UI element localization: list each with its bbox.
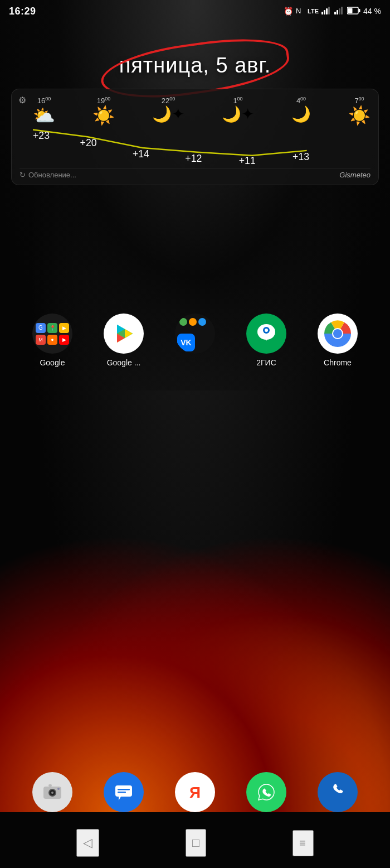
svg-rect-2 <box>324 10 325 15</box>
dock-whatsapp[interactable] <box>246 772 286 812</box>
date-text: пятница, 5 авг. <box>119 54 271 77</box>
dock-camera[interactable] <box>32 772 72 812</box>
svg-point-36 <box>57 788 60 790</box>
svg-rect-4 <box>328 7 330 15</box>
phone-icon <box>318 772 358 812</box>
status-bar: 16:29 ⏰ N LTE <box>0 0 390 20</box>
weather-hour-3: 100 🌙✦ <box>222 96 254 124</box>
status-time: 16:29 <box>9 6 36 17</box>
weather-hour-5: 700 ☀️ <box>348 96 370 124</box>
chrome-icon[interactable] <box>318 314 358 354</box>
nav-menu-button[interactable]: ≡ <box>292 830 314 856</box>
svg-text:+11: +11 <box>239 156 256 166</box>
chrome-label: Chrome <box>324 358 352 367</box>
vk-folder-icon[interactable]: VK <box>175 314 215 354</box>
weather-update: ↻ Обновление... <box>20 171 76 179</box>
weather-source: Gismeteo <box>339 171 370 179</box>
app-grid: G 📍 ▶ M ● ▶ Google <box>0 297 390 378</box>
svg-point-27 <box>265 329 268 332</box>
dock-phone[interactable] <box>318 772 358 812</box>
weather-footer: ↻ Обновление... Gismeteo <box>20 168 370 179</box>
svg-text:+23: +23 <box>33 131 50 142</box>
temp-chart: +23 +20 +14 +12 +11 +13 <box>33 127 362 166</box>
yandex-icon: Я <box>175 772 215 812</box>
svg-marker-22 <box>125 329 133 338</box>
nav-home-button[interactable]: □ <box>186 829 206 857</box>
nfc-icon: N <box>296 6 305 17</box>
svg-text:N: N <box>296 7 301 15</box>
svg-rect-5 <box>334 12 336 15</box>
svg-text:Я: Я <box>189 784 201 801</box>
svg-rect-3 <box>326 8 328 15</box>
weather-hour-0: 1600 ⛅ <box>33 96 55 124</box>
app-vk-folder[interactable]: VK <box>164 314 226 367</box>
svg-rect-35 <box>48 784 52 787</box>
lte-label: LTE <box>308 8 319 15</box>
svg-rect-6 <box>337 10 338 15</box>
app-google-folder[interactable]: G 📍 ▶ M ● ▶ Google <box>22 314 83 367</box>
svg-text:+20: +20 <box>80 137 97 148</box>
date-widget: пятница, 5 авг. <box>0 54 390 78</box>
weather-settings-icon[interactable]: ⚙ <box>18 95 26 105</box>
messages-icon <box>104 772 144 812</box>
svg-text:+13: +13 <box>292 151 309 162</box>
app-chrome[interactable]: Chrome <box>307 314 368 367</box>
2gis-label: 2ГИС <box>256 358 276 367</box>
dock: Я <box>0 766 390 818</box>
whatsapp-icon <box>246 772 286 812</box>
svg-marker-38 <box>119 797 121 801</box>
svg-point-30 <box>333 329 342 338</box>
nav-bar: ◁ □ ≡ <box>0 823 390 868</box>
status-icons: ⏰ N LTE <box>284 6 381 17</box>
svg-rect-37 <box>115 785 132 797</box>
weather-widget[interactable]: ⚙ 1600 ⛅ 1900 ☀️ 2200 🌙✦ 100 🌙✦ 400 🌙 70… <box>11 89 379 185</box>
svg-text:+14: +14 <box>133 148 149 160</box>
svg-rect-7 <box>339 8 340 15</box>
signal-bars2 <box>334 7 344 16</box>
svg-rect-39 <box>118 789 130 790</box>
app-google-play[interactable]: Google ... <box>93 314 154 367</box>
weather-hour-2: 2200 🌙✦ <box>152 96 184 124</box>
google-play-label: Google ... <box>107 358 141 367</box>
weather-hours: 1600 ⛅ 1900 ☀️ 2200 🌙✦ 100 🌙✦ 400 🌙 700 … <box>20 96 370 124</box>
svg-rect-40 <box>118 792 126 793</box>
svg-rect-11 <box>348 8 353 13</box>
nav-back-button[interactable]: ◁ <box>76 829 99 857</box>
2gis-icon[interactable] <box>246 314 286 354</box>
camera-icon <box>32 772 72 812</box>
svg-rect-1 <box>321 12 323 15</box>
battery-icon <box>347 7 360 16</box>
signal-bars <box>321 7 332 16</box>
svg-point-34 <box>51 792 53 794</box>
svg-text:+12: +12 <box>185 153 202 164</box>
svg-rect-10 <box>359 9 360 12</box>
refresh-icon: ↻ <box>20 171 26 179</box>
google-folder-label: Google <box>40 358 65 367</box>
google-folder-icon[interactable]: G 📍 ▶ M ● ▶ <box>32 314 72 354</box>
google-play-icon[interactable] <box>104 314 144 354</box>
battery-percent: 44 % <box>363 7 381 16</box>
dock-messages[interactable] <box>104 772 144 812</box>
alarm-icon: ⏰ <box>284 7 293 16</box>
weather-hour-1: 1900 ☀️ <box>92 96 115 124</box>
svg-rect-8 <box>341 7 343 15</box>
weather-hour-4: 400 🌙 <box>291 96 311 124</box>
dock-yandex[interactable]: Я <box>175 772 215 812</box>
app-2gis[interactable]: 2ГИС <box>236 314 297 367</box>
